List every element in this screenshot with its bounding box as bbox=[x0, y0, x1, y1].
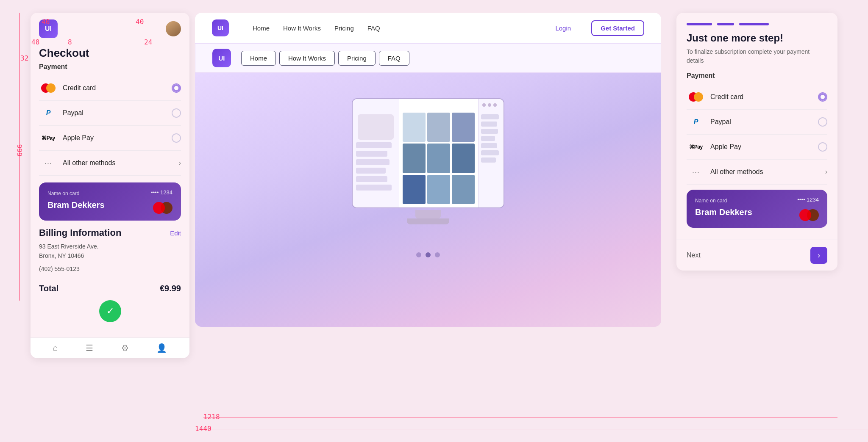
step-title: Just one more step! bbox=[687, 32, 827, 44]
settings-nav-icon[interactable]: ⚙ bbox=[121, 343, 129, 353]
monitor-main-area bbox=[399, 99, 478, 207]
carousel-dot-2[interactable] bbox=[426, 252, 431, 257]
billing-title: Billing Information bbox=[39, 227, 121, 238]
applepay-radio[interactable] bbox=[172, 133, 181, 143]
bottom-measure-line bbox=[195, 429, 868, 429]
total-label: Total bbox=[39, 284, 58, 293]
billing-header: Billing Information Edit bbox=[39, 227, 181, 238]
deco-bar-1 bbox=[687, 23, 712, 25]
computer-illustration bbox=[348, 98, 509, 234]
edit-link[interactable]: Edit bbox=[170, 229, 181, 237]
billing-section: Billing Information Edit 93 East Riversi… bbox=[39, 227, 181, 273]
measure-32: 32 bbox=[20, 54, 28, 62]
payment-section-label: Payment bbox=[39, 63, 181, 71]
nav-logo[interactable]: UI bbox=[212, 19, 229, 36]
right-creditcard-radio[interactable] bbox=[818, 92, 827, 102]
profile-nav-icon[interactable]: 👤 bbox=[156, 343, 167, 353]
step-desc: To finalize subscription complete your p… bbox=[687, 47, 827, 65]
right-chevron-icon: › bbox=[825, 168, 827, 176]
right-paypal-item[interactable]: P Paypal bbox=[687, 110, 827, 135]
right-applepay-item[interactable]: ⌘Pay Apple Pay bbox=[687, 135, 827, 160]
right-card-number: •••• 1234 bbox=[797, 196, 819, 203]
left-mobile-panel: UI Checkout Payment Credit card bbox=[31, 13, 189, 358]
avatar[interactable] bbox=[166, 21, 181, 36]
login-link[interactable]: Login bbox=[555, 25, 571, 32]
billing-address: 93 East Riverside Ave. Bronx, NY 10466 bbox=[39, 242, 181, 261]
right-mastercard-logo bbox=[799, 209, 819, 221]
next-row: Next › bbox=[676, 240, 837, 271]
monitor-stand bbox=[415, 210, 441, 218]
right-applepay-radio[interactable] bbox=[818, 142, 827, 152]
right-panel: Just one more step! To finalize subscrip… bbox=[676, 13, 837, 271]
monitor-base bbox=[407, 218, 449, 224]
paypal-icon: P bbox=[39, 107, 58, 119]
creditcard-label: Credit card bbox=[63, 84, 181, 92]
payment-item-creditcard[interactable]: Credit card bbox=[39, 76, 181, 101]
nav-pricing[interactable]: Pricing bbox=[334, 25, 354, 32]
payment-item-paypal[interactable]: P Paypal bbox=[39, 101, 181, 126]
next-label: Next bbox=[687, 251, 701, 259]
right-payment-label: Payment bbox=[687, 72, 827, 80]
annotation-faq: FAQ bbox=[379, 51, 409, 66]
other-methods-label: All other methods bbox=[63, 159, 181, 167]
payment-item-other[interactable]: ··· All other methods › bbox=[39, 151, 181, 176]
right-paypal-radio[interactable] bbox=[818, 117, 827, 127]
creditcard-icon bbox=[39, 82, 58, 94]
bottom-nav: ⌂ ☰ ⚙ 👤 bbox=[31, 337, 189, 358]
get-started-button[interactable]: Get Started bbox=[591, 20, 644, 36]
monitor bbox=[352, 98, 504, 208]
monitor-grid bbox=[403, 113, 475, 204]
next-button[interactable]: › bbox=[810, 247, 827, 264]
card-number: •••• 1234 bbox=[151, 189, 172, 196]
monitor-sidebar bbox=[478, 99, 504, 207]
nav-faq[interactable]: FAQ bbox=[367, 25, 380, 32]
middle-measure-line bbox=[203, 417, 837, 417]
list-nav-icon[interactable]: ☰ bbox=[86, 343, 93, 353]
keyboard-illustration bbox=[358, 114, 394, 140]
left-vline bbox=[19, 13, 20, 301]
creditcard-radio[interactable] bbox=[172, 83, 181, 93]
applepay-icon: ⌘Pay bbox=[39, 132, 58, 144]
confirm-button[interactable]: ✓ bbox=[99, 300, 121, 322]
mastercard-logo bbox=[153, 202, 172, 214]
measure-666: 666 bbox=[16, 144, 24, 157]
checkout-content: Checkout Payment Credit card P Paypal bbox=[31, 41, 189, 334]
right-applepay-label: Apple Pay bbox=[710, 143, 827, 151]
app-logo[interactable]: UI bbox=[39, 19, 58, 38]
navbar: UI Home How It Works Pricing FAQ Login G… bbox=[195, 13, 661, 43]
checkout-title: Checkout bbox=[39, 47, 181, 60]
chevron-right-icon: › bbox=[179, 159, 181, 167]
other-methods-icon: ··· bbox=[39, 157, 58, 169]
payment-item-applepay[interactable]: ⌘Pay Apple Pay bbox=[39, 126, 181, 151]
deco-bars bbox=[676, 13, 837, 25]
carousel-dot-3[interactable] bbox=[435, 252, 440, 257]
right-content: Just one more step! To finalize subscrip… bbox=[676, 25, 837, 240]
right-paypal-label: Paypal bbox=[710, 118, 827, 126]
right-creditcard-item[interactable]: Credit card bbox=[687, 85, 827, 110]
right-creditcard-label: Credit card bbox=[710, 93, 827, 101]
home-nav-icon[interactable]: ⌂ bbox=[53, 343, 58, 353]
nav-howitworks[interactable]: How It Works bbox=[283, 25, 321, 32]
right-credit-card: Name on card •••• 1234 Bram Dekkers bbox=[687, 190, 827, 228]
paypal-radio[interactable] bbox=[172, 108, 181, 118]
monitor-dots bbox=[482, 103, 497, 107]
showcase-area bbox=[195, 73, 661, 327]
paypal-label: Paypal bbox=[63, 109, 181, 117]
deco-bar-3 bbox=[739, 23, 769, 25]
credit-card-display: Name on card •••• 1234 Bram Dekkers bbox=[39, 182, 181, 221]
billing-phone: (402) 555-0123 bbox=[39, 264, 181, 273]
left-header: UI bbox=[31, 13, 189, 41]
annotation-logo: UI bbox=[212, 49, 231, 67]
deco-bar-2 bbox=[717, 23, 734, 25]
measure-1218: 1218 bbox=[203, 413, 220, 421]
total-row: Total €9.99 bbox=[39, 277, 181, 297]
right-other-item[interactable]: ··· All other methods › bbox=[687, 160, 827, 185]
right-other-label: All other methods bbox=[710, 168, 827, 176]
annotation-howitworks: How It Works bbox=[279, 51, 335, 66]
annotation-pricing: Pricing bbox=[338, 51, 376, 66]
right-other-icon: ··· bbox=[687, 166, 705, 178]
right-creditcard-icon bbox=[687, 91, 705, 103]
nav-home[interactable]: Home bbox=[253, 25, 270, 32]
right-paypal-icon: P bbox=[687, 116, 705, 128]
carousel-dot-1[interactable] bbox=[416, 252, 421, 257]
